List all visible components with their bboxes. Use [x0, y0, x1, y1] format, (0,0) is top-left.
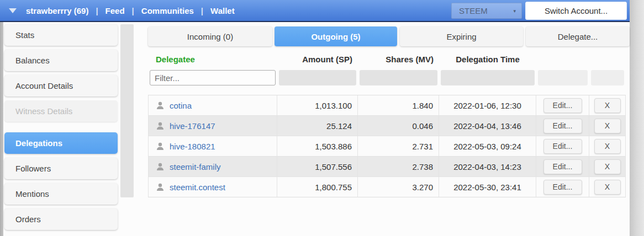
user-icon: [156, 183, 165, 191]
tab-outgoing[interactable]: Outgoing (5): [275, 26, 397, 46]
delegatee-filter-input[interactable]: [150, 70, 276, 85]
window-right-edge: [630, 0, 644, 236]
column-header-delegatee[interactable]: Delegatee: [148, 55, 277, 64]
sidebar-item-account-details[interactable]: Account Details: [4, 75, 118, 96]
edit-button[interactable]: Edit...: [543, 139, 582, 154]
sidebar-item-mentions[interactable]: Mentions: [4, 183, 118, 205]
table-row: hive-180821 1,503.886 2.731 2022-05-03, …: [148, 136, 626, 157]
edit-button[interactable]: Edit...: [543, 159, 582, 174]
remove-button[interactable]: X: [594, 139, 621, 154]
sidebar-item-stats[interactable]: Stats: [4, 24, 118, 46]
time-cell: 2022-04-03, 14:23: [439, 157, 536, 176]
table-filter-row: [148, 68, 626, 87]
table-row: steemit-family 1,507.556 2.738 2022-04-0…: [148, 157, 626, 177]
user-icon: [156, 121, 165, 130]
edit-filter-cell: [538, 70, 588, 85]
table-row: steemit.contest 1,800.755 3.270 2022-05-…: [148, 177, 626, 197]
top-nav: strawberrry (69) | Feed | Communities | …: [0, 6, 235, 15]
column-header-amount[interactable]: Amount (SP): [277, 55, 358, 64]
column-header-delegation-time[interactable]: Delegation Time: [439, 55, 536, 64]
table-row: hive-176147 25.124 0.046 2022-04-04, 13:…: [148, 116, 626, 136]
amount-cell: 25.124: [277, 116, 358, 136]
shares-cell: 3.270: [358, 177, 439, 197]
remove-button[interactable]: X: [594, 119, 621, 133]
sidebar-item-followers[interactable]: Followers: [4, 158, 118, 179]
remove-filter-cell: [591, 70, 624, 85]
time-cell: 2022-05-03, 09:24: [439, 136, 536, 156]
time-filter-cell: [441, 70, 535, 85]
nav-feed[interactable]: Feed: [105, 6, 125, 15]
tab-expiring[interactable]: Expiring: [400, 26, 523, 46]
shares-cell: 1.840: [358, 95, 439, 115]
time-cell: 2022-05-30, 23:41: [439, 177, 536, 197]
shares-cell: 2.731: [358, 136, 439, 156]
shares-filter-cell: [360, 70, 437, 85]
table-header: Delegatee Amount (SP) Shares (MV) Delega…: [148, 51, 626, 67]
nav-wallet[interactable]: Wallet: [210, 6, 235, 15]
amount-cell: 1,800.755: [277, 177, 358, 197]
delegatee-link[interactable]: hive-180821: [170, 142, 215, 151]
main-scrollbar-track[interactable]: [120, 24, 134, 197]
account-menu[interactable]: strawberrry (69): [26, 6, 88, 15]
network-select-value: STEEM: [459, 6, 513, 15]
nav-separator: |: [132, 6, 134, 15]
amount-filter-cell: [279, 70, 356, 85]
delegatee-link[interactable]: steemit.contest: [170, 183, 225, 192]
window-left-edge: [0, 22, 3, 236]
time-cell: 2022-04-04, 13:46: [439, 116, 536, 136]
remove-button[interactable]: X: [594, 159, 621, 174]
nav-separator: |: [96, 6, 98, 15]
shares-cell: 2.738: [358, 157, 439, 176]
sidebar-item-orders[interactable]: Orders: [4, 208, 118, 230]
user-icon: [156, 162, 165, 171]
sidebar-item-witness-details: Witness Details: [4, 100, 118, 122]
shares-cell: 0.046: [358, 116, 439, 136]
top-bar: strawberrry (69) | Feed | Communities | …: [0, 0, 630, 22]
delegatee-link[interactable]: cotina: [170, 101, 192, 110]
nav-communities[interactable]: Communities: [141, 6, 194, 15]
sidebar-item-delegations[interactable]: Delegations: [4, 132, 118, 154]
amount-cell: 1,503.886: [277, 136, 358, 156]
amount-cell: 1,013.100: [277, 95, 358, 115]
select-caret-icon: ▾: [513, 8, 516, 14]
time-cell: 2022-01-06, 12:30: [439, 95, 536, 115]
table-row: cotina 1,013.100 1.840 2022-01-06, 12:30…: [148, 95, 626, 116]
remove-button[interactable]: X: [594, 98, 621, 113]
column-header-shares[interactable]: Shares (MV): [358, 55, 439, 64]
account-caret-down-icon[interactable]: [9, 8, 17, 13]
delegatee-link[interactable]: steemit-family: [170, 162, 221, 171]
delegate-button[interactable]: Delegate...: [526, 26, 630, 46]
edit-button[interactable]: Edit...: [543, 98, 582, 113]
amount-cell: 1,507.556: [277, 157, 358, 176]
network-select[interactable]: STEEM ▾: [451, 3, 522, 19]
remove-button[interactable]: X: [594, 180, 621, 195]
delegatee-link[interactable]: hive-176147: [170, 121, 215, 131]
edit-button[interactable]: Edit...: [543, 119, 582, 133]
edit-button[interactable]: Edit...: [543, 180, 582, 195]
sidebar-item-balances[interactable]: Balances: [4, 50, 118, 71]
delegations-table: cotina 1,013.100 1.840 2022-01-06, 12:30…: [148, 95, 626, 197]
nav-separator: |: [201, 6, 203, 15]
tab-incoming[interactable]: Incoming (0): [148, 26, 272, 46]
user-icon: [156, 142, 165, 151]
user-icon: [156, 101, 165, 110]
switch-account-button[interactable]: Switch Account...: [525, 2, 627, 20]
